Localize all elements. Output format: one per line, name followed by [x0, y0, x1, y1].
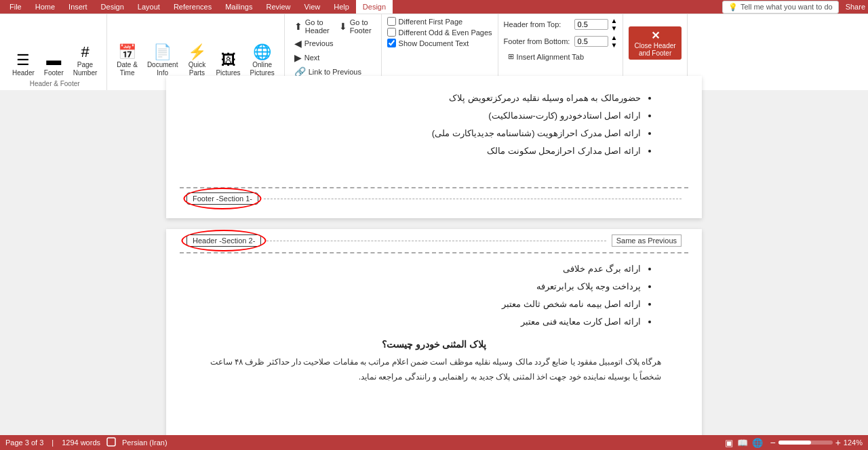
different-first-page-checkbox[interactable] — [387, 17, 396, 26]
header-footer-items: ☰ Header ▬ Footer # PageNumber — [8, 17, 101, 79]
header-zone-section2: Header -Section 2- Same as Previous — [180, 229, 688, 253]
page2-bullet-list: ارائه برگ عدم خلافی پرداخت وجه پلاک براب… — [207, 260, 661, 331]
ribbon-tabs-bar: File Home Insert Design Layout Reference… — [0, 0, 868, 14]
tab-help[interactable]: Help — [327, 0, 356, 14]
footer-label: Footer — [44, 69, 64, 77]
online-pictures-icon: 🌐 — [253, 45, 271, 60]
header-label: Header — [12, 69, 35, 77]
link-to-previous-label: Link to Previous — [309, 68, 361, 76]
pictures-button[interactable]: 🖼 Pictures — [212, 52, 244, 79]
page-number-button[interactable]: # PageNumber — [69, 43, 102, 79]
quick-parts-icon: ⚡ — [188, 45, 206, 60]
page-number-label: PageNumber — [73, 61, 98, 77]
previous-label: Previous — [304, 39, 334, 47]
list-item: ارائه اصل مدارک احرازمحل سکونت مالک — [207, 142, 641, 160]
tab-design-doc[interactable]: Design — [94, 0, 131, 14]
page-number-icon: # — [81, 45, 89, 60]
go-to-footer-button[interactable]: ⬇ Go toFooter — [335, 17, 376, 36]
page-2: Header -Section 2- Same as Previous ارائ… — [166, 229, 702, 435]
footer-zone-section1: Footer -Section 1- — [180, 187, 688, 209]
footer-button[interactable]: ▬ Footer — [40, 52, 68, 79]
page2-heading: پلاک المثنی خودرو چیست؟ — [207, 339, 661, 350]
share-label: Share — [846, 3, 865, 11]
insert-alignment-tab-button[interactable]: ⊞ Insert Alignment Tab — [504, 51, 618, 62]
list-item: ارائه اصل مدرک احرازهویت (شناسنامه جدیدی… — [207, 125, 641, 142]
different-first-page-option[interactable]: Different First Page — [387, 17, 492, 26]
show-document-text-label: Show Document Text — [399, 39, 469, 47]
document-info-icon: 📄 — [153, 45, 172, 60]
same-as-previous-badge: Same as Previous — [612, 234, 682, 247]
close-x-icon: ✕ — [651, 29, 660, 42]
insert-alignment-label: Insert Alignment Tab — [517, 53, 584, 61]
insert-items: 📅 Date &Time 📄 DocumentInfo ⚡ QuickParts… — [113, 17, 278, 79]
date-time-icon: 📅 — [118, 45, 136, 60]
quick-parts-button[interactable]: ⚡ QuickParts — [183, 43, 210, 79]
header-footer-group: ☰ Header ▬ Footer # PageNumber Header & … — [3, 14, 107, 90]
header-button[interactable]: ☰ Header — [8, 52, 39, 79]
header-from-top-row: Header from Top: ▲▼ — [504, 17, 618, 32]
list-item: ارائه اصل کارت معاینه فنی معتبر — [207, 313, 641, 331]
tab-layout[interactable]: Layout — [131, 0, 167, 14]
tell-me-box[interactable]: 💡 Tell me what you want to do — [722, 1, 839, 14]
page-1: حضورمالک به همراه وسیله نقلیه درمرکزتعوی… — [166, 76, 702, 218]
alignment-icon: ⊞ — [508, 52, 514, 61]
next-button[interactable]: ▶ Next — [290, 51, 324, 64]
tab-view[interactable]: View — [298, 0, 328, 14]
show-document-text-option[interactable]: Show Document Text — [387, 39, 492, 47]
online-pictures-button[interactable]: 🌐 OnlinePictures — [246, 43, 279, 79]
footer-from-bottom-input[interactable] — [574, 36, 608, 47]
tab-references[interactable]: References — [167, 0, 218, 14]
next-icon: ▶ — [294, 52, 302, 63]
go-to-header-button[interactable]: ⬆ Go toHeader — [290, 17, 334, 36]
header-section2-label: Header -Section 2- — [186, 234, 261, 247]
footer-from-bottom-label: Footer from Bottom: — [504, 37, 572, 45]
list-item: ارائه اصل بیمه نامه شخص ثالث معتبر — [207, 295, 641, 313]
close-header-footer-label: Close Headerand Footer — [634, 42, 675, 57]
position-inputs: Header from Top: ▲▼ Footer from Bottom: … — [504, 17, 618, 62]
go-to-header-icon: ⬆ — [294, 21, 302, 32]
list-item: حضورمالک به همراه وسیله نقلیه درمرکزتعوی… — [207, 89, 641, 107]
footer-spin[interactable]: ▲▼ — [611, 34, 618, 49]
tab-insert[interactable]: Insert — [62, 0, 94, 14]
tab-mailings[interactable]: Mailings — [218, 0, 259, 14]
tab-design-active[interactable]: Design — [356, 0, 393, 14]
document-info-button[interactable]: 📄 DocumentInfo — [143, 43, 182, 79]
page1-content: حضورمالک به همراه وسیله نقلیه درمرکزتعوی… — [166, 76, 702, 160]
page1-bullet-list: حضورمالک به همراه وسیله نقلیه درمرکزتعوی… — [207, 89, 661, 160]
next-label: Next — [304, 54, 320, 62]
tell-me-text: Tell me what you want to do — [741, 3, 833, 11]
different-odd-even-option[interactable]: Different Odd & Even Pages — [387, 28, 492, 37]
footer-icon: ▬ — [46, 53, 61, 68]
online-pictures-label: OnlinePictures — [250, 61, 275, 77]
tab-home[interactable]: Home — [28, 0, 62, 14]
tab-review[interactable]: Review — [260, 0, 298, 14]
list-item: پرداخت وجه پلاک برابرتعرفه — [207, 278, 641, 295]
header-footer-group-label: Header & Footer — [30, 79, 80, 87]
different-first-page-label: Different First Page — [399, 18, 463, 26]
share-button[interactable]: Share — [846, 3, 865, 11]
options-checkboxes: Different First Page Different Odd & Eve… — [387, 17, 492, 47]
navigation-items: ⬆ Go toHeader ⬇ Go toFooter ◀ Previous ▶… — [290, 17, 376, 79]
tab-file[interactable]: File — [3, 0, 28, 14]
lightbulb-icon: 💡 — [728, 3, 738, 12]
pictures-icon: 🖼 — [221, 53, 236, 68]
header-from-top-label: Header from Top: — [504, 20, 572, 28]
different-odd-even-label: Different Odd & Even Pages — [399, 28, 492, 37]
previous-button[interactable]: ◀ Previous — [290, 37, 338, 50]
document-info-label: DocumentInfo — [147, 61, 178, 77]
footer-section1-label: Footer -Section 1- — [186, 192, 258, 205]
header-from-top-input[interactable] — [574, 19, 608, 30]
header-icon: ☰ — [16, 53, 30, 68]
different-odd-even-checkbox[interactable] — [387, 28, 396, 37]
go-to-footer-icon: ⬇ — [339, 21, 347, 32]
list-item: ارائه اصل استادخودرو (کارت-سندمالکیت) — [207, 107, 641, 125]
close-header-footer-button[interactable]: ✕ Close Headerand Footer — [629, 26, 681, 60]
date-time-button[interactable]: 📅 Date &Time — [113, 43, 142, 79]
page2-content: ارائه برگ عدم خلافی پرداخت وجه پلاک براب… — [166, 253, 702, 398]
show-document-text-checkbox[interactable] — [387, 39, 396, 47]
list-item: ارائه برگ عدم خلافی — [207, 260, 641, 278]
header-spin-up[interactable]: ▲▼ — [611, 17, 618, 32]
previous-icon: ◀ — [294, 38, 302, 49]
go-to-header-label: Go toHeader — [305, 18, 330, 35]
ribbon: File Home Insert Design Layout Reference… — [0, 0, 868, 62]
